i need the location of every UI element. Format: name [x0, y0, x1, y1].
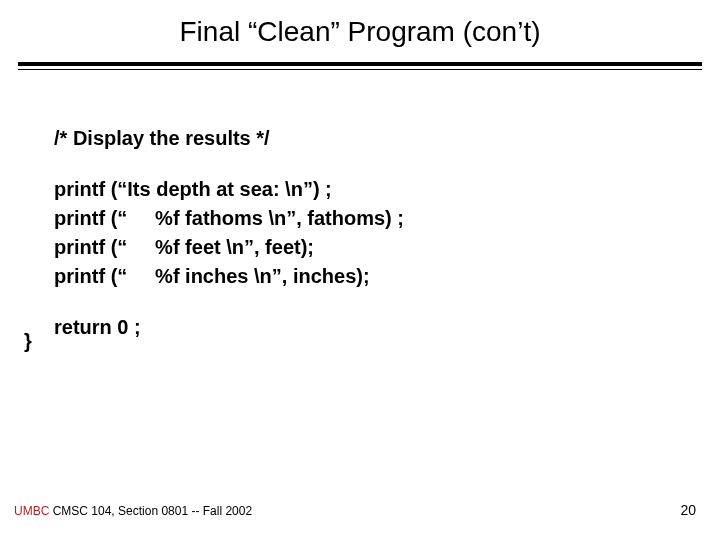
slide-title: Final “Clean” Program (con’t)	[0, 16, 720, 48]
return-line: return 0 ;	[54, 313, 674, 342]
title-divider	[18, 62, 702, 70]
footer-course: UMBC CMSC 104, Section 0801 -- Fall 2002	[14, 504, 252, 518]
slide-body: /* Display the results */ printf (“Its d…	[54, 124, 674, 342]
code-block: printf (“Its depth at sea: \n”) ; printf…	[54, 175, 674, 291]
page-number: 20	[680, 502, 696, 518]
footer-rest: CMSC 104, Section 0801 -- Fall 2002	[49, 504, 252, 518]
footer-org: UMBC	[14, 504, 49, 518]
closing-brace: }	[24, 330, 32, 353]
code-comment: /* Display the results */	[54, 124, 674, 153]
divider-thick	[18, 62, 702, 66]
slide: Final “Clean” Program (con’t) /* Display…	[0, 0, 720, 540]
divider-thin	[18, 69, 702, 70]
